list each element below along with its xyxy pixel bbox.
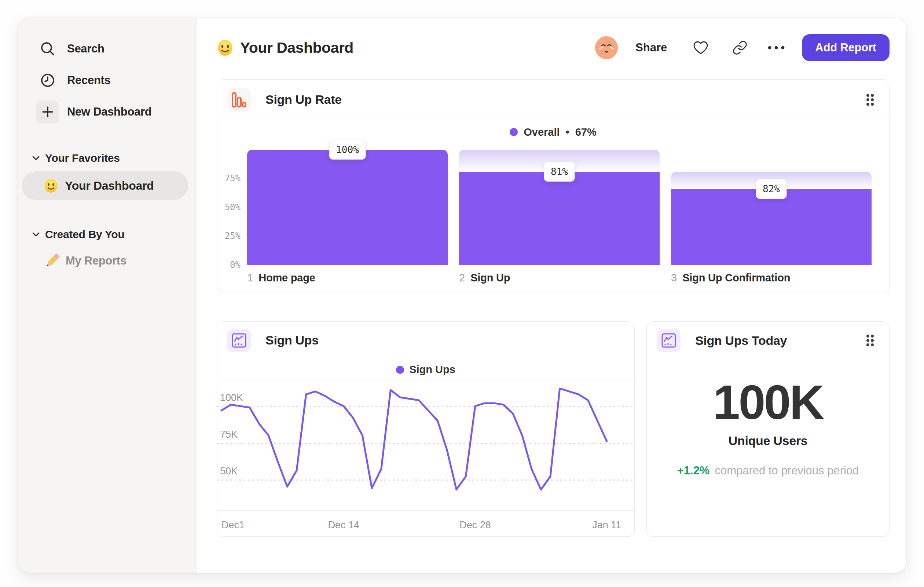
legend-value: 67% [575, 126, 597, 138]
kpi-body: 100K Unique Users +1.2% compared to prev… [647, 359, 889, 536]
app-window: Search Recents New Dashboard Your Favori… [18, 18, 906, 573]
funnel-bar-tooltip: 100% [329, 140, 366, 160]
funnel-y-tick: 0% [218, 260, 241, 270]
sign-ups-series-line [221, 389, 607, 490]
section-title: Created By You [45, 228, 124, 241]
kpi-value: 100K [713, 375, 823, 430]
copy-link-icon[interactable] [732, 40, 747, 55]
line-x-tick: Dec1 [221, 519, 244, 531]
sign-ups-today-card: Sign Ups Today 100K Unique Users +1.2% c… [647, 321, 889, 537]
funnel-legend[interactable]: Overall • 67% [217, 120, 889, 144]
step-name: Sign Up Confirmation [682, 272, 790, 284]
sidebar-section-created-by-you[interactable]: Created By You [18, 224, 196, 245]
funnel-y-tick: 75% [218, 173, 241, 184]
share-button[interactable]: Share [635, 41, 667, 54]
funnel-bar-1[interactable]: 100% [247, 150, 448, 265]
plus-icon [36, 101, 59, 123]
smiley-emoji-icon [217, 38, 234, 57]
sign-up-rate-card: Sign Up Rate Overall • 67% 75%50%25%0%10… [217, 79, 889, 292]
sidebar-item-new-dashboard[interactable]: New Dashboard [18, 100, 196, 124]
legend-label: Sign Ups [409, 364, 455, 376]
card-title: Sign Up Rate [266, 93, 342, 107]
section-title: Your Favorites [45, 152, 120, 164]
line-x-axis: Dec1Dec 14Dec 28Jan 11 [217, 511, 634, 536]
chevron-down-icon [32, 155, 43, 161]
card-title: Sign Ups [266, 333, 318, 347]
funnel-bar-tooltip: 81% [544, 162, 575, 182]
funnel-y-tick: 50% [218, 202, 241, 212]
line-x-tick: Jan 11 [592, 519, 621, 531]
kpi-delta-note: compared to previous period [714, 464, 859, 477]
user-avatar[interactable] [595, 36, 618, 59]
add-report-button[interactable]: Add Report [802, 34, 889, 61]
step-number: 2 [459, 272, 465, 284]
sidebar-item-search[interactable]: Search [18, 37, 196, 61]
bar-chart-icon [227, 88, 251, 112]
funnel-bar-2[interactable]: 81% [459, 150, 660, 265]
favorite-heart-icon[interactable] [693, 40, 709, 55]
step-number: 3 [671, 272, 677, 284]
smiley-emoji-icon [44, 178, 58, 193]
step-name: Sign Up [470, 272, 510, 284]
sign-ups-line-svg [217, 380, 634, 510]
funnel-bar-fill [247, 150, 448, 265]
kpi-sublabel: Unique Users [729, 434, 808, 448]
funnel-plot-area[interactable]: 75%50%25%0%100%81%82% [218, 144, 888, 265]
pencil-emoji-icon [45, 253, 60, 269]
step-number: 1 [247, 272, 253, 284]
sidebar-item-my-reports[interactable]: My Reports [18, 249, 196, 273]
line-x-tick: Dec 14 [328, 519, 359, 531]
drag-handle-icon[interactable] [865, 333, 875, 348]
line-chart-icon [657, 329, 681, 352]
funnel-step-labels: 1Home page2Sign Up3Sign Up Confirmation [247, 272, 871, 284]
funnel-step-label-2: 2Sign Up [459, 272, 660, 284]
step-name: Home page [259, 272, 315, 284]
sidebar: Search Recents New Dashboard Your Favori… [18, 18, 196, 573]
legend-dot [510, 128, 518, 136]
line-legend[interactable]: Sign Ups [217, 359, 634, 380]
sidebar-item-label: Your Dashboard [65, 179, 153, 193]
funnel-bar-fill [671, 189, 871, 265]
sign-up-rate-card-header: Sign Up Rate [217, 79, 889, 120]
funnel-bar-tooltip: 82% [756, 179, 787, 199]
sign-ups-card-header: Sign Ups [217, 322, 634, 359]
sidebar-section-your-favorites[interactable]: Your Favorites [18, 148, 196, 169]
funnel-step-label-3: 3Sign Up Confirmation [671, 272, 871, 284]
sign-ups-card: Sign Ups Sign Ups 100K75K50K Dec1Dec 14D… [217, 321, 635, 537]
more-options-icon[interactable] [767, 45, 786, 50]
main-content: Your Dashboard Share Add Report [196, 18, 906, 573]
sidebar-item-label: Search [67, 42, 104, 55]
sidebar-item-label: My Reports [66, 254, 127, 268]
funnel-y-tick: 25% [218, 231, 241, 241]
drag-handle-icon[interactable] [865, 93, 875, 107]
sign-ups-today-card-header: Sign Ups Today [647, 322, 889, 359]
kpi-delta: +1.2% [677, 464, 710, 477]
card-title: Sign Ups Today [695, 334, 787, 348]
sidebar-item-recents[interactable]: Recents [18, 69, 196, 92]
line-chart-icon [227, 329, 251, 352]
sidebar-item-your-dashboard[interactable]: Your Dashboard [21, 171, 188, 200]
search-icon [36, 37, 59, 60]
page-header: Your Dashboard Share Add Report [217, 34, 889, 61]
legend-dot [396, 366, 404, 374]
funnel-step-label-1: 1Home page [247, 272, 448, 284]
funnel-bar-3[interactable]: 82% [671, 150, 871, 265]
sidebar-item-label: New Dashboard [67, 105, 152, 119]
clock-icon [36, 69, 59, 92]
page-title: Your Dashboard [240, 39, 353, 56]
line-plot-area[interactable]: 100K75K50K [217, 380, 634, 511]
legend-separator: • [566, 126, 569, 138]
line-x-tick: Dec 28 [459, 519, 491, 531]
chevron-down-icon [32, 232, 43, 237]
funnel-bar-fill [459, 172, 660, 265]
sidebar-item-label: Recents [67, 74, 111, 87]
legend-label: Overall [524, 126, 559, 138]
